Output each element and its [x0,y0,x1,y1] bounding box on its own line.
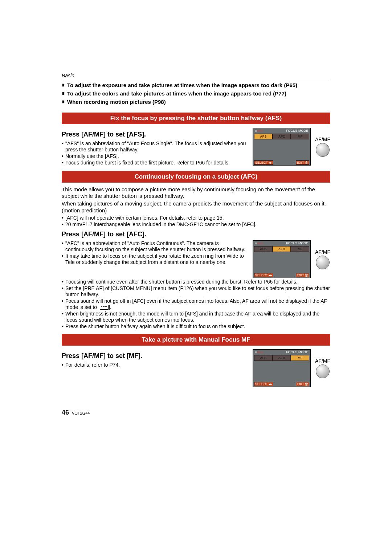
list-item: Focusing will continue even after the sh… [62,279,330,285]
list-item: Press the shutter button halfway again w… [62,323,330,330]
dial-afs: AF/MF [315,137,330,157]
instruction-afs: Press [AF/MF] to set [AFS]. [62,131,248,138]
list-item: Focus during the burst is fixed at the f… [62,160,248,166]
select-label: SELECT ◂▸ [254,160,273,165]
document-page: Basic ∎ To adjust the exposure and take … [0,0,392,438]
mode-afs: AFS [254,246,273,252]
dial-label: AF/MF [315,137,330,142]
rec-icon: ⏹REC [254,351,264,354]
dial-label: AF/MF [315,358,330,364]
square-icon: ∎ [62,99,65,106]
list-item: 20 mm/F1.7 interchangeable lens included… [62,221,330,228]
list-item: [AFC] will not operate with certain lens… [62,215,330,221]
bullet-text: To adjust the colors and take pictures a… [67,90,286,97]
screen-title: FOCUS MODE [286,241,308,245]
page-number: 46 [62,409,69,416]
figure-afs: ⏹REC FOCUS MODE AFS AFC MF SELECT ◂▸ EXI… [253,128,330,166]
section-bar-afc: Continuously focusing on a subject (AFC) [62,171,330,183]
section-header: Basic [62,73,330,79]
top-bullet-list: ∎ To adjust the exposure and take pictur… [62,82,330,105]
select-label: SELECT ◂▸ [254,382,273,386]
bullet-list-mf: For details, refer to P74. [62,362,248,368]
doc-id: VQT2G44 [72,411,90,415]
camera-screen-afs: ⏹REC FOCUS MODE AFS AFC MF SELECT ◂▸ EXI… [253,128,311,166]
screen-title: FOCUS MODE [286,350,308,354]
instruction-mf: Press [AF/MF] to set [MF]. [62,352,248,360]
square-icon: ∎ [62,82,65,89]
bullet-item: ∎ To adjust the colors and take pictures… [62,90,330,97]
after-bullets-afc: Focusing will continue even after the sh… [62,279,330,330]
bullet-text: When recording motion pictures (P98) [67,99,166,106]
figure-afc: ⏹REC FOCUS MODE AFS AFC MF SELECT ◂▸ EXI… [253,240,330,278]
dial-icon [316,143,330,157]
section-bar-mf: Take a picture with Manual Focus MF [62,334,330,346]
list-item: "AFC" is an abbreviation of "Auto Focus … [62,240,248,253]
mode-afc: AFC [273,134,291,139]
list-item: Normally use the [AFS]. [62,153,248,159]
camera-screen-mf: ⏹REC FOCUS MODE AFS AFC MF SELECT ◂▸ EXI… [253,349,311,387]
dial-icon [316,364,330,378]
rec-icon: ⏹REC [254,129,264,133]
dial-icon [316,256,330,269]
mode-mf: MF [291,134,309,139]
bullet-item: ∎ To adjust the exposure and take pictur… [62,82,330,89]
camera-screen-afc: ⏹REC FOCUS MODE AFS AFC MF SELECT ◂▸ EXI… [253,240,311,278]
mode-afs: AFS [254,134,273,139]
list-item: It may take time to focus on the subject… [62,253,248,265]
rec-icon: ⏹REC [254,242,264,245]
dial-label: AF/MF [315,249,330,255]
instruction-afc: Press [AF/MF] to set [AFC]. [62,231,330,238]
mode-afs: AFS [254,355,273,361]
fig-bullets-afc: "AFC" is an abbreviation of "Auto Focus … [62,240,248,265]
intro-afc-2: When taking pictures of a moving subject… [62,200,330,214]
dial-mf: AF/MF [315,358,330,378]
mode-mf: MF [291,355,309,361]
list-item: Focus sound will not go off in [AFC] eve… [62,298,330,310]
square-icon: ∎ [62,90,65,97]
page-footer: 46 VQT2G44 [62,409,330,416]
list-item: When brightness is not enough, the mode … [62,311,330,323]
mode-mf: MF [291,246,309,252]
dial-afc: AF/MF [315,249,330,269]
mode-afc: AFC [273,355,291,361]
bullet-text: To adjust the exposure and take pictures… [67,82,297,89]
list-item: For details, refer to P74. [62,362,248,368]
exit-label: EXIT 🗑 [296,382,309,386]
figure-mf: ⏹REC FOCUS MODE AFS AFC MF SELECT ◂▸ EXI… [253,349,330,387]
select-label: SELECT ◂▸ [254,273,273,277]
list-item: "AFS" is an abbreviation of "Auto Focus … [62,140,248,153]
list-item: Set the [PRE AF] of [CUSTOM MENU] menu i… [62,285,330,298]
exit-label: EXIT 🗑 [296,273,309,277]
section-bar-afs: Fix the focus by pressing the shutter bu… [62,113,330,124]
screen-title: FOCUS MODE [286,129,308,133]
intro-bullets-afc: [AFC] will not operate with certain lens… [62,215,330,228]
bullet-item: ∎ When recording motion pictures (P98) [62,99,330,106]
exit-label: EXIT 🗑 [296,160,309,165]
af-area-icon [100,305,109,310]
bullet-list-afs: "AFS" is an abbreviation of "Auto Focus … [62,140,248,166]
intro-afc-1: This mode allows you to compose a pictur… [62,186,330,200]
mode-afc: AFC [273,246,291,252]
